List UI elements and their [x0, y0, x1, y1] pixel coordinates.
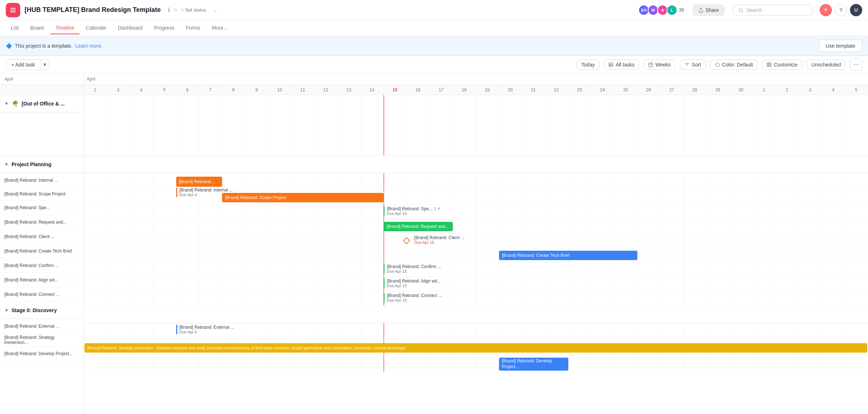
grid-line [407, 355, 407, 372]
grid-line [591, 323, 591, 340]
add-task-dropdown[interactable]: ▾ [40, 60, 49, 69]
menu-button[interactable] [6, 3, 20, 17]
date-cell-3: 3 [107, 85, 130, 95]
svg-point-17 [715, 62, 719, 66]
grid-line [361, 355, 361, 372]
grid-line [707, 190, 707, 204]
grid-line [499, 277, 499, 291]
grid-line [683, 355, 684, 372]
search-box[interactable]: Search [733, 5, 812, 16]
task-bar[interactable]: [Brand] Rebrand: Scope Project [222, 193, 383, 202]
date-cell-7: 7 [199, 85, 222, 95]
tab-forms[interactable]: Forms [181, 22, 205, 34]
task-label: [Brand] Rebrand: External ... [179, 325, 234, 330]
grid-line [291, 323, 292, 340]
tab-board[interactable]: Board [25, 22, 49, 34]
more-options-button[interactable]: ··· [850, 59, 862, 71]
banner-icon: 🔷 [6, 43, 12, 49]
task-due: Due Apr 6 [179, 330, 234, 334]
task-label-group[interactable]: [Brand] Rebrand: Confirm ...Due Apr 15 [383, 264, 441, 273]
search-icon [738, 8, 743, 13]
grid-line [453, 355, 453, 372]
grid-line [730, 323, 730, 340]
task-label-group[interactable]: [Brand] Rebrand: Connect ...Due Apr 15 [383, 293, 442, 302]
grid-line [591, 173, 591, 190]
task-row: [Brand] Rebrand: Develop Project... [0, 346, 83, 361]
svg-rect-21 [769, 65, 771, 66]
grid-line [107, 277, 107, 291]
sort-button[interactable]: Sort [680, 60, 706, 70]
weeks-button[interactable]: Weeks [643, 60, 676, 70]
share-button[interactable]: Share [693, 5, 724, 16]
tab-dashboard[interactable]: Dashboard [113, 22, 148, 34]
today-button[interactable]: Today [577, 60, 599, 70]
add-task-button[interactable]: + Add task [6, 60, 40, 70]
info-icon[interactable]: ℹ [168, 7, 170, 13]
all-tasks-button[interactable]: All tasks [604, 60, 639, 70]
date-cell-15: 15 [383, 85, 407, 95]
task-label-group[interactable]: [Brand] Rebrand: Align wit...Due Apr 15 [383, 279, 440, 288]
tab-progress[interactable]: Progress [149, 22, 179, 34]
pp-task6-row: [Brand] Rebrand: Create Tech Brief [84, 248, 868, 263]
pp-task5-row: [Brand] Rebrand: Client ...Due Apr 15 [84, 234, 868, 248]
set-status-icon[interactable]: ○ Set status [181, 7, 206, 13]
date-cell-1: 1 [752, 85, 776, 95]
grid-line [822, 173, 822, 190]
today-line [383, 234, 384, 248]
grid-line [660, 323, 661, 340]
grid-line [84, 219, 84, 233]
grid-line [683, 95, 684, 155]
tab-list[interactable]: List [6, 22, 24, 34]
grid-line [522, 173, 522, 190]
task-bar[interactable]: [Brand] Rebrand: Create Tech Brief [499, 251, 637, 260]
grid-line [476, 248, 476, 262]
task-bar[interactable]: [Brand] Rebrand: Develop Project... [499, 358, 568, 371]
use-template-button[interactable]: Use template [819, 40, 862, 52]
grid-line [637, 248, 638, 262]
task-bar[interactable]: [Brand] Rebrand: Request and... [383, 222, 453, 231]
date-cell-25: 25 [614, 85, 637, 95]
grid-line [430, 355, 430, 372]
tab-more[interactable]: More... [207, 22, 233, 34]
task-label-group[interactable]: [Brand] Rebrand: External ...Due Apr 6 [176, 325, 234, 334]
section-out-of-office[interactable]: ▼ 🌴 [Out of Office & ... [0, 95, 83, 112]
grid-line [130, 323, 130, 340]
tab-timeline[interactable]: Timeline [50, 22, 79, 34]
task-label-group[interactable]: [Brand] Rebrand: Client ...Due Apr 15 [411, 235, 464, 245]
grid-line [730, 248, 730, 262]
dropdown-icon[interactable]: ⌄ [213, 7, 218, 13]
grid-line [822, 292, 822, 306]
color-button[interactable]: Color: Default [710, 60, 758, 70]
star-icon[interactable]: ☆ [173, 7, 178, 13]
diamond-task[interactable] [403, 237, 410, 244]
learn-more-link[interactable]: Learn more. [75, 43, 103, 49]
task-label-group[interactable]: [Brand] Rebrand: Spe...1 ↱Due Apr 15 [383, 206, 440, 216]
unscheduled-button[interactable]: Unscheduled [807, 60, 846, 70]
grid-line [683, 292, 684, 306]
section-stage-discovery[interactable]: ▼ Stage 0: Discovery [0, 302, 83, 319]
date-cell-28: 28 [683, 85, 707, 95]
grid-line [130, 277, 130, 291]
tab-calendar[interactable]: Calendar [81, 22, 112, 34]
grid-line [338, 263, 338, 277]
grid-line [84, 234, 84, 248]
grid-line [245, 173, 246, 190]
section-project-planning[interactable]: ▼ Project Planning [0, 156, 83, 173]
timeline-overlay: April 2345678910111213141516171819202122… [84, 73, 868, 414]
grid-line [153, 219, 153, 233]
customize-button[interactable]: Customize [762, 60, 802, 70]
grid-line [776, 95, 776, 155]
grid-line [637, 173, 638, 190]
new-button[interactable]: + [820, 4, 832, 16]
task-bar[interactable]: [Brand] Rebrand... [176, 177, 222, 187]
grid-line [153, 292, 153, 306]
grid-line [753, 292, 753, 306]
grid-line [637, 95, 638, 155]
strategy-bar[interactable]: [Brand] Rebrand: Strategy immersion - De… [84, 343, 867, 353]
grid-line [776, 190, 776, 204]
grid-line [660, 219, 661, 233]
grid-line [176, 95, 177, 155]
help-button[interactable]: ? [835, 4, 847, 16]
grid-line [476, 355, 476, 372]
user-avatar[interactable]: U [850, 4, 862, 16]
